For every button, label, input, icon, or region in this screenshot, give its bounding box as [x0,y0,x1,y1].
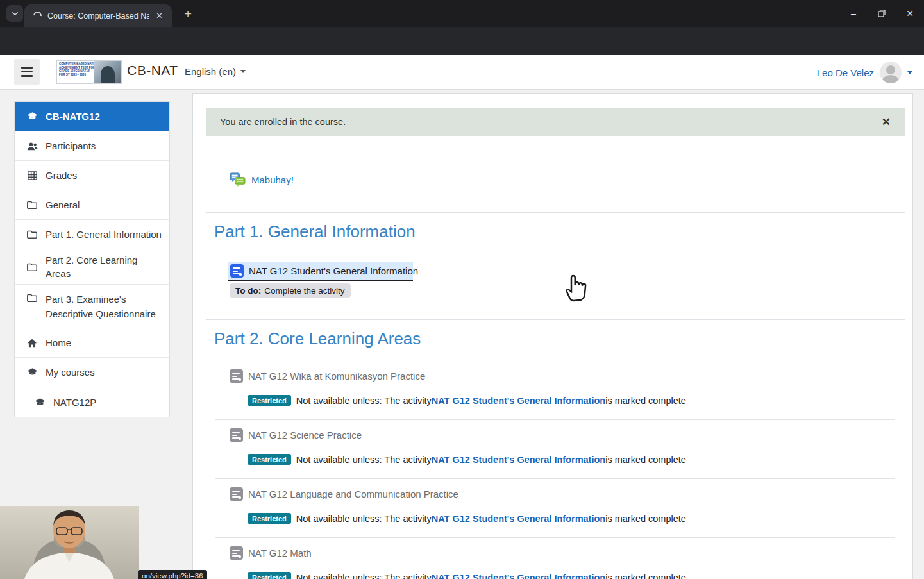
restriction-notice: Restricted Not available unless: The act… [248,395,686,406]
sidebar-item-natg12p[interactable]: NATG12P [15,387,169,417]
restore-icon [878,10,886,17]
graduation-cap-icon [34,398,46,407]
section-divider [206,212,905,213]
webcam-overlay [0,506,139,579]
users-icon [26,142,38,151]
activity-row-language[interactable]: NAT G12 Language and Communication Pract… [230,487,458,501]
window-controls: – ✕ [839,0,924,27]
activity-name: NAT G12 Math [248,548,312,558]
restriction-notice: Restricted Not available unless: The act… [248,513,686,524]
language-selector[interactable]: English (en) [185,66,246,77]
section-title-part2[interactable]: Part 2. Core Learning Areas [214,329,421,349]
logo-caption-line: COMPUTER-BASED NATIONAL [59,62,94,66]
graduation-cap-icon [26,112,38,121]
restriction-post-text: is marked complete [605,396,686,406]
moodle-navbar: COMPUTER-BASED NATIONAL ACHIEVEMENT TEST… [0,55,924,90]
sidebar-item-part2[interactable]: Part 2. Core Learning Areas [15,249,169,285]
activity-separator [215,537,895,538]
quiz-activity-icon [230,487,243,501]
completion-todo-badge: To do: Complete the activity [230,283,351,298]
user-menu[interactable]: Leo De Velez [817,60,912,85]
sidebar-item-course-home[interactable]: CB-NATG12 [15,102,169,131]
restriction-pre-text: Not available unless: The activity [296,455,432,465]
activity-row-math[interactable]: NAT G12 Math [230,546,312,560]
close-window-button[interactable]: ✕ [896,0,924,27]
sidebar-item-label: Participants [46,139,96,153]
sidebar-item-label: CB-NATG12 [46,110,100,123]
alert-text: You are enrolled in the course. [220,117,346,127]
tab-title: Course: Computer-Based Natio [47,12,149,21]
todo-prefix: To do: [235,286,261,296]
activity-row-wika[interactable]: NAT G12 Wika at Komunikasyon Practice [230,369,425,383]
sidebar-item-part1[interactable]: Part 1. General Information [15,220,169,249]
sidebar-item-general[interactable]: General [15,190,169,220]
screen: Course: Computer-Based Natio ✕ + – ✕ ← →… [0,0,924,579]
course-logo[interactable]: COMPUTER-BASED NATIONAL ACHIEVEMENT TEST… [56,60,122,84]
activity-name: NAT G12 Wika at Komunikasyon Practice [248,371,425,382]
sidebar-item-label: Part 2. Core Learning Areas [46,253,163,280]
browser-tab[interactable]: Course: Computer-Based Natio ✕ [24,4,172,27]
minimize-button[interactable]: – [839,0,868,27]
section-title-part1[interactable]: Part 1. General Information [214,222,416,242]
sidebar-item-grades[interactable]: Grades [15,161,169,190]
enrolment-alert: You are enrolled in the course. ✕ [206,108,905,136]
chevron-down-icon [12,10,19,17]
sidebar-item-home[interactable]: Home [15,328,169,358]
feedback-activity-icon [230,264,244,278]
status-link-tooltip: on/view.php?id=36 [138,570,207,579]
logo-caption-line: FOR SY 2025 - 2026 [59,73,94,77]
side-drawer-toggle-button[interactable] [14,59,40,85]
restricted-badge: Restricted [248,395,291,406]
restriction-activity-link[interactable]: NAT G12 Student's General Information [432,455,605,465]
sidebar-item-my-courses[interactable]: My courses [15,358,169,387]
browser-tabstrip: Course: Computer-Based Natio ✕ + – ✕ [0,0,924,27]
sidebar-item-part3[interactable]: Part 3. Examinee's Descriptive Questionn… [15,285,169,328]
logo-photo [94,61,121,83]
announcements-forum-row[interactable]: Mabuhay! [230,172,294,187]
activity-name[interactable]: NAT G12 Student's General Information [249,265,418,276]
restriction-activity-link[interactable]: NAT G12 Student's General Information [432,396,605,406]
course-logo-caption: COMPUTER-BASED NATIONAL ACHIEVEMENT TEST… [57,61,94,83]
restriction-notice: Restricted Not available unless: The act… [248,572,686,579]
new-tab-button[interactable]: + [180,6,196,22]
logo-caption-line: GRADE 12 (CB-NAT12) [59,69,94,73]
sidebar-item-participants[interactable]: Participants [15,131,169,161]
restricted-badge: Restricted [248,513,291,524]
tab-close-icon[interactable]: ✕ [153,10,165,22]
webcam-video [0,506,139,579]
user-avatar[interactable] [880,62,902,83]
sidebar-item-label: Grades [46,169,77,182]
restriction-post-text: is marked complete [605,573,686,579]
sidebar-item-label: Home [46,336,71,349]
restriction-activity-link[interactable]: NAT G12 Student's General Information [432,514,605,524]
activity-link-general-information[interactable]: NAT G12 Student's General Information [228,262,413,281]
sidebar-item-label: My courses [46,365,95,379]
table-icon [26,171,38,180]
todo-text: Complete the activity [264,286,344,296]
restriction-pre-text: Not available unless: The activity [296,573,432,579]
user-name[interactable]: Leo De Velez [817,67,874,78]
sidebar-item-label: Part 3. Examinee's Descriptive Questionn… [46,292,163,321]
graduation-cap-icon [26,367,38,377]
site-navigation: Home My courses NATG12P [14,328,170,417]
course-content: You are enrolled in the course. ✕ Mabuha… [192,93,913,579]
sidebar-item-label: NATG12P [53,396,96,409]
folder-icon [26,263,38,271]
restricted-badge: Restricted [248,572,291,579]
folder-icon [26,230,38,239]
restriction-post-text: is marked complete [605,514,686,524]
tab-search-button[interactable] [6,5,23,22]
hand-cursor-icon [562,271,592,303]
chevron-down-icon [907,71,912,74]
activity-row-science[interactable]: NAT G12 Science Practice [230,428,362,442]
forum-link[interactable]: Mabuhay! [251,174,294,185]
restore-button[interactable] [868,0,896,27]
site-brand[interactable]: CB-NAT [127,63,178,78]
quiz-activity-icon [230,369,243,383]
restriction-activity-link[interactable]: NAT G12 Student's General Information [432,573,605,579]
alert-close-icon[interactable]: ✕ [882,115,891,129]
activity-name: NAT G12 Language and Communication Pract… [248,489,458,499]
browser-toolbar: ← → ✕ https://frontlearners.org/course/v… [0,27,924,55]
activity-name: NAT G12 Science Practice [248,430,362,441]
folder-icon [26,201,38,209]
